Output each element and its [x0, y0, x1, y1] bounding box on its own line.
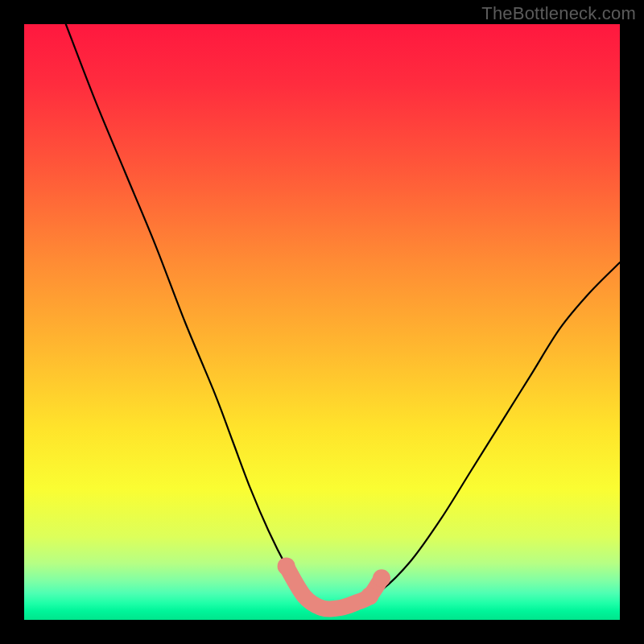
svg-point-3	[361, 587, 378, 605]
chart-overlay	[24, 24, 620, 620]
plot-area	[24, 24, 620, 620]
svg-point-1	[278, 557, 295, 575]
chart-frame: TheBottleneck.com	[0, 0, 644, 644]
svg-point-2	[373, 569, 390, 587]
attribution-text: TheBottleneck.com	[481, 3, 636, 24]
bottleneck-curve	[66, 24, 620, 609]
